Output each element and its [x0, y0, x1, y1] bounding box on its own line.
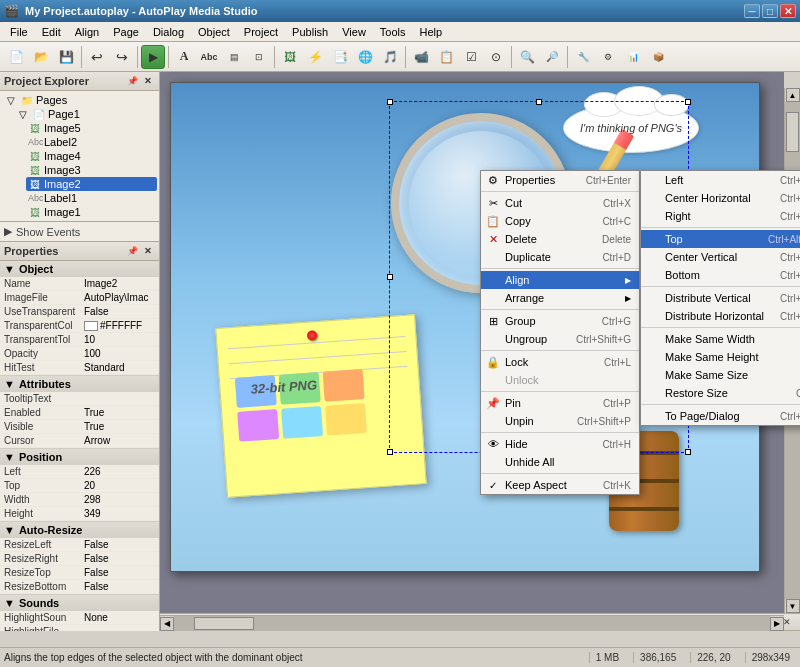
align-center-v-shortcut: Ctrl+Alt+5: [764, 252, 800, 263]
tree-image2[interactable]: 🖼 Image2: [26, 177, 157, 191]
maximize-button[interactable]: □: [762, 4, 778, 18]
ctx-duplicate[interactable]: Duplicate Ctrl+D: [481, 248, 639, 266]
align-restore-size[interactable]: Restore Size Ctrl+R: [641, 384, 800, 402]
tree-image1[interactable]: 🖼 Image1: [26, 205, 157, 219]
align-same-size[interactable]: Make Same Size: [641, 366, 800, 384]
align-to-page[interactable]: To Page/Dialog Ctrl+Alt+9: [641, 407, 800, 425]
scroll-up-btn[interactable]: ▲: [786, 88, 800, 102]
tb-image[interactable]: 🖼: [278, 45, 302, 69]
scroll-thumb-v[interactable]: [786, 112, 799, 152]
ctx-hide[interactable]: 👁 Hide Ctrl+H: [481, 435, 639, 453]
ctx-delete[interactable]: ✕ Delete Delete: [481, 230, 639, 248]
scroll-left-btn[interactable]: ◀: [160, 617, 174, 631]
menu-object[interactable]: Object: [192, 24, 236, 40]
tb-flash[interactable]: ⚡: [303, 45, 327, 69]
collapse-icon4: ▼: [4, 524, 15, 536]
scroll-down-btn[interactable]: ▼: [786, 599, 800, 613]
scroll-thumb-h[interactable]: [194, 617, 254, 630]
menu-align[interactable]: Align: [69, 24, 105, 40]
ctx-pin[interactable]: 📌 Pin Ctrl+P: [481, 394, 639, 412]
tb-web[interactable]: 🌐: [353, 45, 377, 69]
align-same-width[interactable]: Make Same Width: [641, 330, 800, 348]
panel-pin[interactable]: 📌: [125, 74, 139, 88]
tb-list[interactable]: 📋: [434, 45, 458, 69]
tb-label[interactable]: Abc: [197, 45, 221, 69]
tb-zoom-out[interactable]: 🔎: [540, 45, 564, 69]
ctx-copy[interactable]: 📋 Copy Ctrl+C: [481, 212, 639, 230]
menu-tools[interactable]: Tools: [374, 24, 412, 40]
tb-new[interactable]: 📄: [4, 45, 28, 69]
prop-section-sounds-header[interactable]: ▼ Sounds: [0, 595, 159, 611]
tb-video[interactable]: 📹: [409, 45, 433, 69]
close-button[interactable]: ✕: [780, 4, 796, 18]
ctx-arrange[interactable]: Arrange ▶: [481, 289, 639, 307]
ctx-cut[interactable]: ✂ Cut Ctrl+X: [481, 194, 639, 212]
tb-open[interactable]: 📂: [29, 45, 53, 69]
tb-save[interactable]: 💾: [54, 45, 78, 69]
align-bottom[interactable]: Bottom Ctrl+Alt+6: [641, 266, 800, 284]
prop-section-pos-header[interactable]: ▼ Position: [0, 449, 159, 465]
align-top[interactable]: Top Ctrl+Alt+4 ↖: [641, 230, 800, 248]
prop-section-autoresize-header[interactable]: ▼ Auto-Resize: [0, 522, 159, 538]
menu-view[interactable]: View: [336, 24, 372, 40]
panel-close[interactable]: ✕: [141, 74, 155, 88]
tb-input[interactable]: ▤: [222, 45, 246, 69]
tree-pages[interactable]: ▽ 📁 Pages: [2, 93, 157, 107]
menu-dialog[interactable]: Dialog: [147, 24, 190, 40]
tb-text[interactable]: A: [172, 45, 196, 69]
tree-label2[interactable]: Abc Label2: [26, 135, 157, 149]
tb-pdf[interactable]: 📑: [328, 45, 352, 69]
align-same-height[interactable]: Make Same Height: [641, 348, 800, 366]
show-events-btn[interactable]: ▶ Show Events: [0, 221, 159, 241]
menu-help[interactable]: Help: [414, 24, 449, 40]
scroll-right-btn[interactable]: ▶: [770, 617, 784, 631]
ctx-properties[interactable]: ⚙ Properties Ctrl+Enter: [481, 171, 639, 189]
tb-redo[interactable]: ↪: [110, 45, 134, 69]
tree-image3[interactable]: 🖼 Image3: [26, 163, 157, 177]
tb-more3[interactable]: 📊: [621, 45, 645, 69]
ctx-unhide-all[interactable]: Unhide All: [481, 453, 639, 471]
ctx-ungroup[interactable]: Ungroup Ctrl+Shift+G: [481, 330, 639, 348]
props-pin[interactable]: 📌: [125, 244, 139, 258]
align-center-h[interactable]: Center Horizontal Ctrl+Alt+2: [641, 189, 800, 207]
ctx-unlock[interactable]: Unlock: [481, 371, 639, 389]
tree-page1[interactable]: ▽ 📄 Page1: [14, 107, 157, 121]
ctx-group[interactable]: ⊞ Group Ctrl+G: [481, 312, 639, 330]
tree-label1[interactable]: Abc Label1: [26, 191, 157, 205]
align-left[interactable]: Left Ctrl+Alt+1: [641, 171, 800, 189]
minimize-button[interactable]: ─: [744, 4, 760, 18]
tb-button[interactable]: ⊡: [247, 45, 271, 69]
tb-more4[interactable]: 📦: [646, 45, 670, 69]
tb-zoom-in[interactable]: 🔍: [515, 45, 539, 69]
align-right[interactable]: Right Ctrl+Alt+3: [641, 207, 800, 225]
horizontal-scrollbar[interactable]: ◀ ▶: [160, 615, 784, 631]
tb-media[interactable]: 🎵: [378, 45, 402, 69]
tb-preview[interactable]: ▶: [141, 45, 165, 69]
tb-more2[interactable]: ⚙: [596, 45, 620, 69]
tree-image4[interactable]: 🖼 Image4: [26, 149, 157, 163]
menu-file[interactable]: File: [4, 24, 34, 40]
prop-section-attrs-header[interactable]: ▼ Attributes: [0, 376, 159, 392]
prop-visible-row: Visible True: [0, 420, 159, 434]
ctx-arrange-arrow: ▶: [625, 294, 631, 303]
align-dist-h[interactable]: Distribute Horizontal Ctrl+Alt+8: [641, 307, 800, 325]
menu-project[interactable]: Project: [238, 24, 284, 40]
align-dist-v[interactable]: Distribute Vertical Ctrl+Alt+7: [641, 289, 800, 307]
tb-undo[interactable]: ↩: [85, 45, 109, 69]
menu-page[interactable]: Page: [107, 24, 145, 40]
ctx-unpin[interactable]: Unpin Ctrl+Shift+P: [481, 412, 639, 430]
collapse-icon2: ▼: [4, 378, 15, 390]
tree-image5[interactable]: 🖼 Image5: [26, 121, 157, 135]
prop-section-object-header[interactable]: ▼ Object: [0, 261, 159, 277]
align-center-v[interactable]: Center Vertical Ctrl+Alt+5: [641, 248, 800, 266]
ctx-align[interactable]: Align ▶: [481, 271, 639, 289]
tb-check[interactable]: ☑: [459, 45, 483, 69]
scroll-track-h: [174, 616, 770, 631]
menu-edit[interactable]: Edit: [36, 24, 67, 40]
menu-publish[interactable]: Publish: [286, 24, 334, 40]
ctx-keep-aspect[interactable]: Keep Aspect Ctrl+K: [481, 476, 639, 494]
tb-more1[interactable]: 🔧: [571, 45, 595, 69]
props-close[interactable]: ✕: [141, 244, 155, 258]
tb-radio[interactable]: ⊙: [484, 45, 508, 69]
ctx-lock[interactable]: 🔒 Lock Ctrl+L: [481, 353, 639, 371]
